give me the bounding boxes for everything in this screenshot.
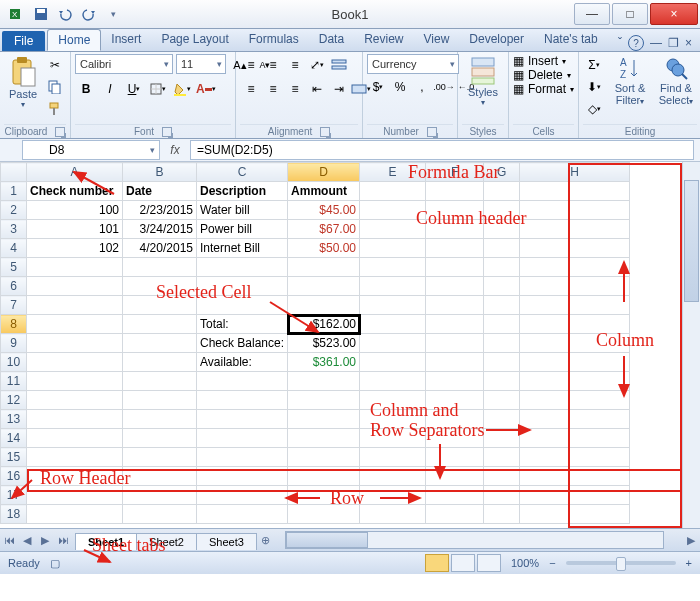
row-header-15[interactable]: 15 <box>1 448 27 467</box>
cell-E6[interactable] <box>360 277 426 296</box>
row-header-16[interactable]: 16 <box>1 467 27 486</box>
column-header-F[interactable]: F <box>426 163 484 182</box>
align-center-icon[interactable]: ≡ <box>262 78 284 100</box>
help-icon[interactable]: ? <box>628 35 644 51</box>
orientation-icon[interactable]: ⤢▾ <box>306 54 328 76</box>
cell-E14[interactable] <box>360 429 426 448</box>
row-header-12[interactable]: 12 <box>1 391 27 410</box>
cell-C18[interactable] <box>197 505 288 524</box>
select-all-corner[interactable] <box>1 163 27 182</box>
cell-E15[interactable] <box>360 448 426 467</box>
cell-D8[interactable]: $162.00 <box>288 315 360 334</box>
tab-review[interactable]: Review <box>354 29 413 51</box>
row-header-9[interactable]: 9 <box>1 334 27 353</box>
row-header-8[interactable]: 8 <box>1 315 27 334</box>
cell-D13[interactable] <box>288 410 360 429</box>
cell-D12[interactable] <box>288 391 360 410</box>
autosum-icon[interactable]: Σ▾ <box>583 54 605 76</box>
cell-G17[interactable] <box>484 486 520 505</box>
zoom-in-button[interactable]: + <box>686 557 692 569</box>
underline-button[interactable]: U▾ <box>123 78 145 100</box>
cell-E11[interactable] <box>360 372 426 391</box>
zoom-slider[interactable] <box>566 561 676 565</box>
cell-F15[interactable] <box>426 448 484 467</box>
cell-H10[interactable] <box>520 353 630 372</box>
cell-A8[interactable] <box>27 315 123 334</box>
cell-B8[interactable] <box>123 315 197 334</box>
cell-H15[interactable] <box>520 448 630 467</box>
delete-cells-button[interactable]: Delete <box>528 68 563 82</box>
accounting-format-icon[interactable]: $▾ <box>367 76 389 98</box>
cell-D11[interactable] <box>288 372 360 391</box>
cell-H12[interactable] <box>520 391 630 410</box>
bold-button[interactable]: B <box>75 78 97 100</box>
cell-D18[interactable] <box>288 505 360 524</box>
vertical-scrollbar[interactable] <box>682 162 700 528</box>
cell-C12[interactable] <box>197 391 288 410</box>
undo-icon[interactable] <box>54 3 76 25</box>
cell-C5[interactable] <box>197 258 288 277</box>
cell-E7[interactable] <box>360 296 426 315</box>
font-size-select[interactable]: 11 <box>176 54 226 74</box>
cell-B4[interactable]: 4/20/2015 <box>123 239 197 258</box>
tab-nav-first-icon[interactable]: ⏮ <box>0 534 18 546</box>
cell-H16[interactable] <box>520 467 630 486</box>
cell-G3[interactable] <box>484 220 520 239</box>
cell-G4[interactable] <box>484 239 520 258</box>
tab-data[interactable]: Data <box>309 29 354 51</box>
cell-A12[interactable] <box>27 391 123 410</box>
cell-H14[interactable] <box>520 429 630 448</box>
sort-filter-button[interactable]: AZ Sort & Filter▾ <box>609 54 651 106</box>
cell-E4[interactable] <box>360 239 426 258</box>
increase-indent-icon[interactable]: ⇥ <box>328 78 350 100</box>
cell-C6[interactable] <box>197 277 288 296</box>
row-header-4[interactable]: 4 <box>1 239 27 258</box>
mdi-restore-icon[interactable]: ❐ <box>668 36 679 50</box>
column-header-G[interactable]: G <box>484 163 520 182</box>
cell-F17[interactable] <box>426 486 484 505</box>
cell-H8[interactable] <box>520 315 630 334</box>
format-painter-icon[interactable] <box>44 98 66 120</box>
column-header-D[interactable]: D <box>288 163 360 182</box>
cell-C17[interactable] <box>197 486 288 505</box>
cell-A1[interactable]: Check number <box>27 182 123 201</box>
cell-D3[interactable]: $67.00 <box>288 220 360 239</box>
cell-H18[interactable] <box>520 505 630 524</box>
cell-E8[interactable] <box>360 315 426 334</box>
zoom-knob[interactable] <box>616 557 626 571</box>
cell-D5[interactable] <box>288 258 360 277</box>
hscroll-right-icon[interactable]: ▶ <box>682 534 700 547</box>
percent-format-icon[interactable]: % <box>389 76 411 98</box>
comma-format-icon[interactable]: , <box>411 76 433 98</box>
clear-icon[interactable]: ◇▾ <box>583 98 605 120</box>
cell-G9[interactable] <box>484 334 520 353</box>
cell-H4[interactable] <box>520 239 630 258</box>
cell-E16[interactable] <box>360 467 426 486</box>
cell-D1[interactable]: Ammount <box>288 182 360 201</box>
cell-G12[interactable] <box>484 391 520 410</box>
cell-B9[interactable] <box>123 334 197 353</box>
cell-C8[interactable]: Total: <box>197 315 288 334</box>
cut-icon[interactable]: ✂ <box>44 54 66 76</box>
cell-D2[interactable]: $45.00 <box>288 201 360 220</box>
tab-formulas[interactable]: Formulas <box>239 29 309 51</box>
page-layout-view-button[interactable] <box>451 554 475 572</box>
cell-E9[interactable] <box>360 334 426 353</box>
cell-A3[interactable]: 101 <box>27 220 123 239</box>
cell-E17[interactable] <box>360 486 426 505</box>
horizontal-scrollbar[interactable] <box>285 531 664 549</box>
fx-icon[interactable]: fx <box>160 143 190 157</box>
cell-B6[interactable] <box>123 277 197 296</box>
cell-B10[interactable] <box>123 353 197 372</box>
cell-C3[interactable]: Power bill <box>197 220 288 239</box>
cell-B18[interactable] <box>123 505 197 524</box>
qat-more-icon[interactable]: ▾ <box>102 3 124 25</box>
cell-G11[interactable] <box>484 372 520 391</box>
sheet-tab-sheet2[interactable]: Sheet2 <box>136 533 197 550</box>
save-icon[interactable] <box>30 3 52 25</box>
row-header-7[interactable]: 7 <box>1 296 27 315</box>
cell-G10[interactable] <box>484 353 520 372</box>
normal-view-button[interactable] <box>425 554 449 572</box>
cell-F3[interactable] <box>426 220 484 239</box>
cell-C2[interactable]: Water bill <box>197 201 288 220</box>
